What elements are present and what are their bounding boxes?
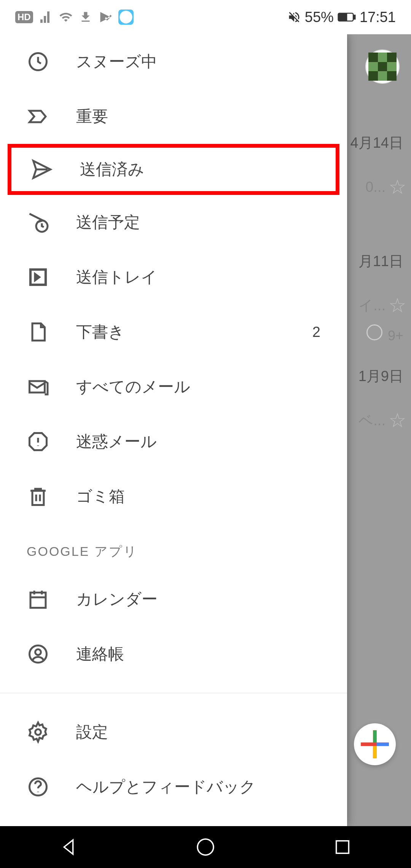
drawer-item-important[interactable]: 重要 — [0, 89, 347, 144]
recent-apps-button[interactable] — [332, 836, 353, 858]
svg-rect-7 — [32, 491, 44, 505]
drawer-item-snoozed[interactable]: スヌーズ中 — [0, 34, 347, 89]
hd-indicator: HD — [15, 11, 33, 23]
clock-time: 17:51 — [360, 9, 396, 26]
email-date: 月11日 — [346, 252, 411, 271]
count-badge: 9+ — [388, 328, 403, 343]
drawer-item-all-mail[interactable]: すべてのメール — [0, 359, 347, 414]
back-button[interactable] — [58, 836, 79, 858]
drawer-item-spam[interactable]: 迷惑メール — [0, 414, 347, 469]
draft-icon — [27, 321, 49, 343]
home-button[interactable] — [195, 836, 216, 858]
email-snippet: イ... ☆ — [346, 294, 411, 317]
section-header-google: GOOGLE アプリ — [0, 524, 347, 572]
compose-fab[interactable] — [354, 723, 396, 765]
send-icon — [30, 158, 53, 181]
email-date: 1月9日 — [346, 367, 411, 386]
svg-rect-1 — [339, 14, 347, 20]
drawer-label: スヌーズ中 — [76, 51, 332, 72]
drawer-item-scheduled[interactable]: 送信予定 — [0, 195, 347, 250]
star-icon[interactable]: ☆ — [389, 176, 406, 198]
drawer-item-outbox[interactable]: 送信トレイ — [0, 250, 347, 305]
drawer-item-calendar[interactable]: カレンダー — [0, 572, 347, 627]
star-icon[interactable]: ☆ — [389, 294, 406, 317]
svg-rect-8 — [30, 593, 46, 608]
drawer-item-sent[interactable]: 送信済み — [8, 144, 339, 195]
drawer-label: 送信トレイ — [76, 266, 332, 288]
drawer-label: 下書き — [76, 321, 312, 343]
status-left-icons: HD — [15, 10, 134, 25]
drawer-label: 設定 — [76, 721, 332, 743]
svg-rect-14 — [336, 841, 349, 854]
drawer-item-contacts[interactable]: 連絡帳 — [0, 627, 347, 681]
drawer-label: 連絡帳 — [76, 643, 332, 665]
drawer-label: 送信済み — [80, 159, 328, 180]
calendar-icon — [27, 588, 49, 611]
battery-percent: 55% — [305, 9, 334, 26]
navigation-drawer: スヌーズ中 重要 送信済み 送信予定 送信トレイ 下書き 2 — [0, 34, 347, 826]
signal-icon — [39, 10, 53, 24]
all-mail-icon — [27, 375, 49, 398]
email-snippet: 0... ☆ — [346, 176, 411, 198]
svg-point-10 — [35, 649, 41, 655]
spam-icon — [27, 430, 49, 453]
drawer-label: 重要 — [76, 106, 332, 127]
star-icon[interactable]: ☆ — [389, 409, 406, 432]
system-nav-bar — [0, 826, 411, 868]
drawer-label: ゴミ箱 — [76, 486, 332, 507]
badge-row: 9+ — [346, 324, 411, 344]
status-right-icons: 55% 17:51 — [287, 9, 396, 26]
status-bar: HD 55% 17:51 — [0, 0, 411, 34]
play-check-icon — [99, 10, 112, 24]
drawer-label: 送信予定 — [76, 212, 332, 233]
drawer-item-help[interactable]: ヘルプとフィードバック — [0, 760, 347, 814]
divider — [0, 693, 347, 693]
avatar-image — [368, 53, 397, 81]
help-icon — [27, 775, 49, 798]
plus-icon — [354, 723, 396, 765]
drawer-item-trash[interactable]: ゴミ箱 — [0, 469, 347, 524]
svg-rect-2 — [354, 15, 355, 19]
download-icon — [79, 10, 92, 24]
svg-point-13 — [198, 839, 213, 855]
email-date: 4月14日 — [346, 133, 411, 153]
contacts-icon — [27, 643, 49, 665]
drawer-label: ヘルプとフィードバック — [76, 776, 332, 798]
drawer-item-settings[interactable]: 設定 — [0, 705, 347, 760]
avatar[interactable] — [365, 49, 400, 84]
outbox-icon — [27, 266, 49, 289]
wifi-icon — [59, 10, 73, 24]
clock-icon — [27, 50, 49, 73]
settings-icon — [27, 721, 49, 744]
mute-icon — [287, 10, 301, 24]
email-list-partial: 4月14日 0... ☆ 月11日 イ... ☆ 9+ 1月9日 ベ... ☆ — [346, 34, 411, 826]
drawer-label: 迷惑メール — [76, 431, 332, 452]
svg-point-11 — [35, 729, 41, 735]
schedule-send-icon — [27, 211, 49, 234]
drawer-label: カレンダー — [76, 589, 332, 610]
trash-icon — [27, 485, 49, 508]
app-icon — [118, 10, 134, 25]
drawer-item-drafts[interactable]: 下書き 2 — [0, 305, 347, 359]
important-icon — [27, 105, 49, 128]
drawer-label: すべてのメール — [76, 376, 332, 397]
battery-icon — [338, 10, 356, 24]
email-snippet: ベ... ☆ — [346, 409, 411, 432]
drawer-count: 2 — [312, 324, 320, 340]
